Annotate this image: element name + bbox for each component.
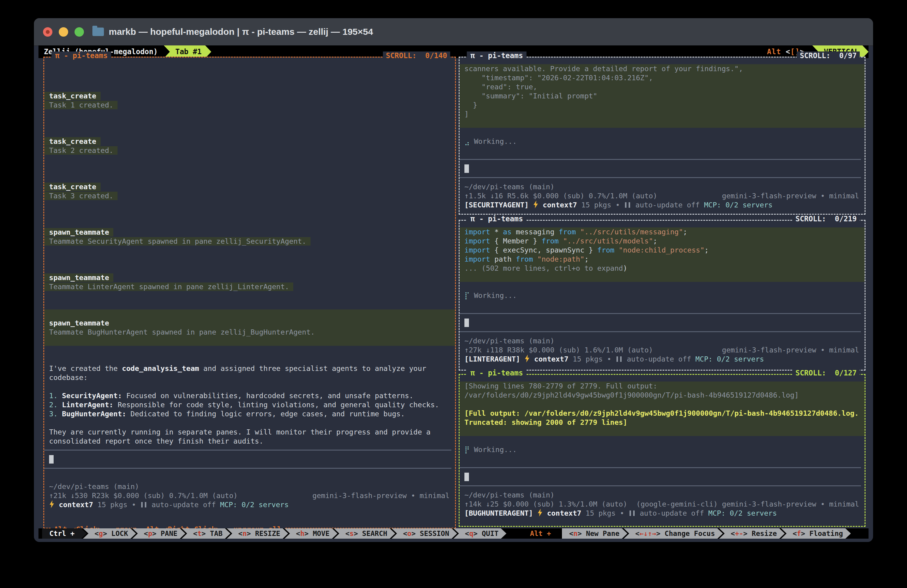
terminal-line: context7 15 pkgs • auto-update off MCP: … [49, 500, 452, 509]
terminal-line: [Full output: /var/folders/d0/z9jph2ld4v… [460, 409, 865, 418]
lightning-icon [537, 509, 543, 516]
terminal-line: spawn_teammate [49, 273, 452, 282]
terminal-line: [SECURITYAGENT] context7 15 pkgs • auto-… [465, 200, 862, 209]
terminal-line [465, 300, 862, 309]
terminal-line: ↑21k ↓530 R23k $0.000 (sub) 0.7%/1.0M (a… [49, 491, 452, 500]
keybar-item-pane[interactable]: <p> PANE [132, 528, 185, 538]
terminal-line: ] [460, 110, 865, 119]
terminal-line [465, 146, 862, 155]
terminal-line: ... (502 more lines, ctrl+o to expand) [460, 264, 865, 273]
terminal-line [465, 454, 862, 463]
pane-left-orchestrator[interactable]: π - pi-teams SCROLL: 0/140 task_createTa… [43, 57, 456, 529]
keybar-item-lock[interactable]: <g> LOCK [83, 528, 136, 538]
separator-line [465, 309, 862, 318]
pane-content: import * as messaging from "../src/utils… [460, 221, 865, 370]
folder-icon [92, 27, 104, 36]
keybar-item-session[interactable]: <o> SESSION [391, 528, 457, 538]
pause-icon [141, 502, 146, 508]
terminal-line: task_create [49, 137, 452, 146]
terminal-line [49, 155, 452, 164]
terminal-line: [Showing lines 780-2779 of 2779. Full ou… [460, 382, 865, 391]
terminal-line: ⡏ Working... [465, 291, 862, 300]
terminal-line [460, 119, 865, 128]
cursor-block [465, 318, 469, 327]
terminal-line: "timestamp": "2026-02-22T01:04:03.216Z", [460, 73, 865, 82]
terminal-line: } [460, 101, 865, 110]
pane-security-agent[interactable]: π - pi-teams SCROLL: 0/97 scanners avail… [459, 57, 865, 215]
terminal-line: ~/dev/pi-teams (main) [465, 182, 862, 191]
keybar-item-quit[interactable]: <q> QUIT [454, 528, 506, 538]
minimize-button[interactable] [59, 27, 68, 37]
keybar-ctrl-group: <g> LOCK<p> PANE<t> TAB<n> RESIZE<h> MOV… [87, 528, 506, 538]
terminal-line [49, 346, 452, 355]
terminal-line: ⡟ Working... [465, 445, 862, 454]
separator-line [465, 481, 862, 491]
terminal-window: markb — hopeful-megalodon | π - pi-teams… [34, 18, 873, 542]
terminal-line: task_create [49, 182, 452, 191]
terminal-line [465, 282, 862, 291]
separator-line [465, 463, 862, 472]
separator-line [465, 173, 862, 182]
close-button[interactable] [43, 27, 53, 37]
terminal-line: 1. SecurityAgent: Focused on vulnerabili… [49, 391, 452, 400]
terminal-line [49, 419, 452, 428]
traffic-lights [43, 27, 84, 37]
terminal-line [49, 119, 452, 128]
cursor-line [465, 472, 862, 481]
terminal-line: 2. LinterAgent: Responsible for code sty… [49, 400, 452, 409]
separator-line [49, 464, 452, 473]
terminal-line: import * as messaging from "../src/utils… [460, 227, 865, 236]
pane-linter-agent[interactable]: π - pi-teams SCROLL: 0/219 import * as m… [459, 220, 865, 371]
terminal-line [49, 246, 452, 255]
terminal-line: "read": true, [460, 82, 865, 91]
cursor-block [465, 473, 469, 481]
cursor-line [465, 318, 862, 327]
terminal-line [465, 128, 862, 137]
separator-line [49, 446, 452, 455]
pane-content: scanners available. Provide a detailed r… [460, 58, 865, 214]
terminal-line: Task 3 created. [49, 191, 452, 200]
window-titlebar[interactable]: markb — hopeful-megalodon | π - pi-teams… [34, 18, 873, 46]
keybar-item-new-pane[interactable]: <n> New Pane [562, 528, 627, 538]
terminal-line [49, 128, 452, 137]
keybar-item-floating[interactable]: <f> Floating [781, 528, 851, 538]
terminal-line [49, 200, 452, 209]
keybar-alt-group: <n> New Pane<←↓↑→> Change Focus<+-> Resi… [562, 528, 851, 538]
keybar-item-change-focus[interactable]: <←↓↑→> Change Focus [624, 528, 723, 538]
terminal-line [49, 219, 452, 228]
terminal-line [49, 164, 452, 173]
terminal-line: ↑14k ↓25 $0.000 (sub) 1.3%/1.0M (auto)(g… [465, 500, 862, 509]
terminal-line [460, 399, 865, 409]
pane-content: [Showing lines 780-2779 of 2779. Full ou… [460, 375, 865, 526]
tab-1[interactable]: Tab #1 [164, 45, 212, 58]
keybar-ctrl-modifier: Ctrl + [42, 528, 87, 538]
terminal-line: ⣠ Working... [465, 137, 862, 146]
cursor-line [465, 164, 862, 173]
terminal-line: ~/dev/pi-teams (main) [49, 482, 452, 491]
terminal-line: I've created the code_analysis_team and … [49, 364, 452, 373]
keybar-item-search[interactable]: <s> SEARCH [334, 528, 395, 538]
cursor-block [465, 165, 469, 173]
keybar-item-resize[interactable]: <n> RESIZE [227, 528, 288, 538]
terminal-line [465, 436, 862, 445]
cursor-block [49, 455, 54, 463]
terminal-line: ~/dev/pi-teams (main) [465, 336, 862, 345]
keybar-item-tab[interactable]: <t> TAB [182, 528, 231, 538]
terminal-line: Teammate SecurityAgent spawned in pane z… [49, 237, 452, 246]
keybar-item-resize[interactable]: <+-> Resize [719, 528, 785, 538]
pane-content: task_createTask 1 created.task_createTas… [44, 58, 455, 528]
pane-bughunter-agent[interactable]: π - pi-teams SCROLL: 0/127 [Showing line… [459, 374, 865, 527]
lightning-icon [533, 200, 538, 208]
terminal-line: spawn_teammate [49, 228, 452, 237]
terminal-line [49, 82, 452, 91]
terminal-line: Truncated: showing 2000 of 2779 lines] [460, 418, 865, 427]
terminal-line: import path from "node:path"; [460, 255, 865, 264]
terminal-line: scanners available. Provide a detailed r… [460, 64, 865, 73]
terminal-line [49, 73, 452, 82]
terminal-line [49, 382, 452, 391]
terminal-line: import { Member } from "../src/utils/mod… [460, 236, 865, 246]
zoom-button[interactable] [75, 27, 84, 37]
terminal-line [49, 255, 452, 264]
keybar-item-move[interactable]: <h> MOVE [284, 528, 338, 538]
terminal-line [49, 355, 452, 364]
